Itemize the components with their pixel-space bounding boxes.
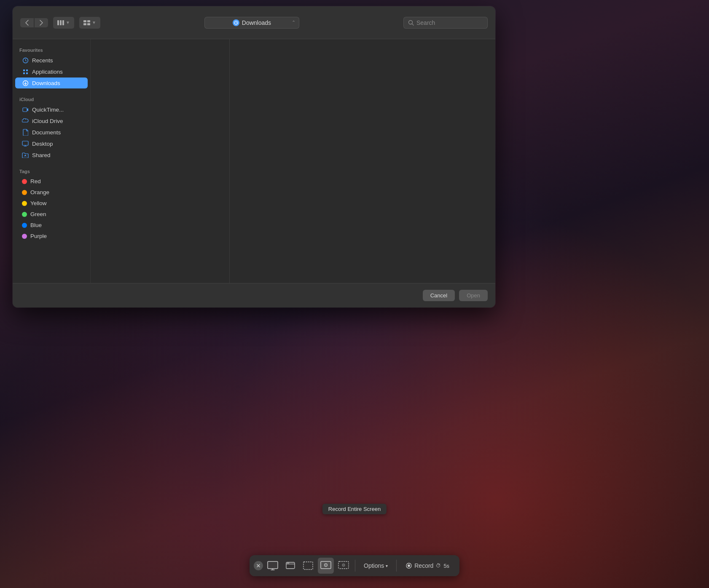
quicktime-icon <box>22 106 29 113</box>
content-area <box>91 39 495 283</box>
sidebar-item-purple[interactable]: Purple <box>15 231 88 241</box>
sidebar-item-shared[interactable]: Shared <box>15 150 88 160</box>
record-label: Record <box>414 562 433 569</box>
selection-icon <box>303 561 314 570</box>
record-entire-screen-tooltip: Record Entire Screen <box>322 504 387 514</box>
desktop-label: Desktop <box>32 141 53 147</box>
cancel-button[interactable]: Cancel <box>423 290 455 301</box>
documents-label: Documents <box>32 129 61 136</box>
partial-screen-record-button[interactable] <box>336 558 352 574</box>
orange-label: Orange <box>30 189 49 195</box>
recents-icon <box>22 57 29 64</box>
favourites-heading: Favourites <box>13 44 90 54</box>
desktop-icon <box>22 140 29 147</box>
svg-rect-23 <box>303 562 313 569</box>
location-chevron-icon: ⌃ <box>292 20 295 25</box>
sidebar-item-quicktime[interactable]: QuickTime... <box>15 104 88 115</box>
options-label: Options <box>364 562 384 569</box>
close-recording-button[interactable] <box>254 561 263 570</box>
window-icon <box>285 561 296 570</box>
record-button[interactable]: Record ⏱ 5s <box>400 560 455 572</box>
finder-bottom-bar: Cancel Open <box>13 283 495 307</box>
location-icon <box>233 19 239 26</box>
icloud-heading: iCloud <box>13 94 90 104</box>
svg-point-31 <box>343 565 344 566</box>
svg-rect-5 <box>83 23 86 25</box>
forward-button[interactable] <box>35 18 48 27</box>
back-button[interactable] <box>20 18 34 27</box>
sidebar-item-documents[interactable]: Documents <box>15 127 88 138</box>
finder-window: ▼ ▼ Downloads ⌃ <box>13 6 495 307</box>
svg-rect-12 <box>23 108 27 112</box>
timer-label: 5s <box>443 563 449 569</box>
sidebar-item-desktop[interactable]: Desktop <box>15 138 88 149</box>
green-tag-dot <box>22 212 27 217</box>
shared-icon <box>22 152 29 158</box>
svg-rect-13 <box>22 141 28 145</box>
sidebar-item-orange[interactable]: Orange <box>15 187 88 198</box>
timer-icon: ⏱ <box>436 563 441 569</box>
fullscreen-icon <box>267 561 278 570</box>
downloads-label: Downloads <box>32 80 60 86</box>
record-icon <box>406 563 412 569</box>
icloud-drive-icon <box>22 118 29 124</box>
sidebar-item-green[interactable]: Green <box>15 209 88 219</box>
svg-rect-18 <box>268 561 278 569</box>
toolbar-divider-2 <box>396 560 397 572</box>
tooltip-text: Record Entire Screen <box>322 504 387 514</box>
column-view-button[interactable]: ▼ <box>53 17 74 29</box>
sidebar-item-yellow[interactable]: Yellow <box>15 198 88 208</box>
selection-record-button[interactable] <box>300 558 316 574</box>
purple-label: Purple <box>30 233 47 239</box>
red-tag-dot <box>22 179 27 184</box>
tags-heading: Tags <box>13 166 90 176</box>
options-button[interactable]: Options ▾ <box>359 560 393 572</box>
toolbar-divider <box>355 560 355 572</box>
svg-point-27 <box>325 564 326 565</box>
svg-point-33 <box>408 564 410 567</box>
location-label: Downloads <box>242 19 271 26</box>
orange-tag-dot <box>22 190 27 195</box>
search-bar[interactable]: Search <box>403 17 488 29</box>
gallery-view-button[interactable]: ▼ <box>79 17 100 29</box>
options-chevron-icon: ▾ <box>386 564 388 568</box>
sidebar-item-blue[interactable]: Blue <box>15 220 88 230</box>
svg-rect-6 <box>87 23 90 25</box>
location-bar[interactable]: Downloads ⌃ <box>204 17 299 29</box>
search-icon <box>408 20 414 26</box>
finder-toolbar: ▼ ▼ Downloads ⌃ <box>13 6 495 39</box>
window-record-button[interactable] <box>282 558 298 574</box>
blue-tag-dot <box>22 223 27 228</box>
shared-label: Shared <box>32 152 51 158</box>
svg-rect-4 <box>87 20 90 22</box>
yellow-tag-dot <box>22 201 27 206</box>
fullscreen-record-button[interactable] <box>265 558 281 574</box>
recents-label: Recents <box>32 57 53 64</box>
applications-label: Applications <box>32 69 63 75</box>
close-icon <box>256 564 261 568</box>
screen-recording-toolbar: Options ▾ Record ⏱ 5s <box>250 555 459 576</box>
partial-screen-icon <box>338 561 349 570</box>
svg-rect-1 <box>60 20 62 25</box>
sidebar-item-downloads[interactable]: Downloads <box>15 78 88 88</box>
icloud-drive-label: iCloud Drive <box>32 118 63 124</box>
sidebar-item-recents[interactable]: Recents <box>15 55 88 66</box>
svg-point-22 <box>288 563 289 564</box>
content-row <box>91 39 495 283</box>
svg-rect-3 <box>83 20 86 22</box>
finder-body: Favourites Recents Applications <box>13 39 495 283</box>
sidebar-item-icloud-drive[interactable]: iCloud Drive <box>15 115 88 126</box>
red-label: Red <box>30 178 41 184</box>
screen-record-active-button[interactable] <box>318 558 334 574</box>
open-button[interactable]: Open <box>459 290 488 301</box>
blue-label: Blue <box>30 222 42 228</box>
sidebar-item-applications[interactable]: Applications <box>15 66 88 77</box>
svg-line-9 <box>412 24 414 25</box>
svg-rect-0 <box>57 20 59 25</box>
sidebar-item-red[interactable]: Red <box>15 176 88 187</box>
purple-tag-dot <box>22 234 27 239</box>
nav-button-group <box>20 18 48 27</box>
downloads-icon <box>22 80 29 86</box>
content-pane-left <box>91 39 230 283</box>
green-label: Green <box>30 211 46 217</box>
